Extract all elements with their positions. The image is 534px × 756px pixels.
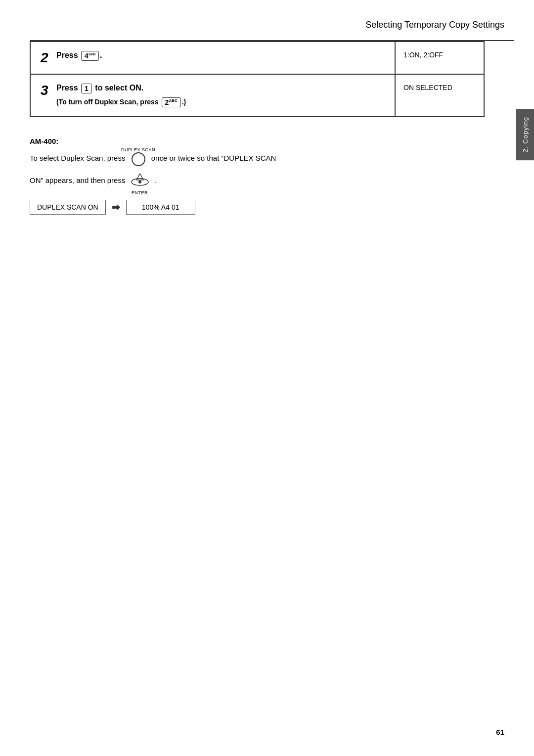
- page-header: Selecting Temporary Copy Settings: [0, 0, 534, 40]
- step-2-left: 2 Press 4GHI.: [31, 42, 395, 74]
- step-2-text: Press 4GHI.: [56, 51, 102, 59]
- step-3-left: 3 Press 1 to select ON. (To turn off Dup…: [31, 75, 395, 116]
- step-2-suffix: .: [100, 51, 102, 59]
- step-3-sub-key: 2ABC: [162, 97, 181, 107]
- step-3-number: 3: [41, 84, 48, 97]
- step-3-display: ON SELECTED: [395, 75, 484, 116]
- am400-title: AM-400:: [30, 137, 485, 145]
- page-container: 2. Copying Selecting Temporary Copy Sett…: [0, 0, 534, 756]
- enter-button-svg: [130, 171, 150, 187]
- page-title: Selecting Temporary Copy Settings: [365, 20, 504, 30]
- duplex-scan-button: [132, 152, 145, 166]
- step-3-sub-pre: (To turn off Duplex Scan, press: [56, 98, 159, 106]
- step-3-press: Press: [56, 84, 78, 92]
- side-tab: 2. Copying: [516, 109, 534, 160]
- step-2-press: Press: [56, 51, 78, 59]
- step-3-display-text: ON SELECTED: [403, 84, 452, 91]
- am400-line1-post: once or twice so that “DUPLEX SCAN: [151, 154, 276, 162]
- step-3-content: Press 1 to select ON. (To turn off Duple…: [56, 84, 186, 107]
- step-2-row: 2 Press 4GHI. 1:ON, 2:OFF: [31, 42, 484, 75]
- step-2-content: Press 4GHI.: [56, 51, 102, 61]
- step-2-display-text: 1:ON, 2:OFF: [403, 51, 443, 59]
- am400-display-left: DUPLEX SCAN ON: [30, 200, 106, 215]
- svg-marker-1: [136, 174, 143, 180]
- step-2-key: 4GHI: [81, 51, 99, 61]
- step-3-sub-suffix: .): [182, 98, 186, 106]
- step-3-sub-key-label: ABC: [169, 98, 177, 103]
- steps-section: 2 Press 4GHI. 1:ON, 2:OFF 3: [0, 41, 514, 117]
- step-3-main-suffix: to select ON.: [95, 84, 143, 92]
- step-2-number: 2: [41, 51, 48, 65]
- step-2-display: 1:ON, 2:OFF: [395, 42, 484, 74]
- step-3-row: 3 Press 1 to select ON. (To turn off Dup…: [31, 75, 484, 116]
- step-3-key: 1: [81, 84, 92, 93]
- am400-section: AM-400: To select Duplex Scan, press DUP…: [0, 132, 514, 215]
- step-3-main: Press 1 to select ON.: [56, 84, 186, 93]
- am400-arrow: ➡: [112, 201, 120, 213]
- enter-button-wrapper: ENTER: [130, 171, 150, 191]
- page-number: 61: [496, 728, 504, 736]
- am400-line1-pre: To select Duplex Scan, press: [30, 154, 125, 162]
- am400-line2-post: .: [154, 176, 156, 184]
- step-3-sub: (To turn off Duplex Scan, press 2ABC.): [56, 97, 186, 107]
- svg-point-2: [138, 180, 141, 183]
- am400-display-right: 100% A4 01: [126, 200, 195, 215]
- am400-line2: ON” appears, and then press ENTER .: [30, 171, 485, 191]
- step-2-key-sub: GHI: [89, 52, 95, 56]
- enter-label: ENTER: [132, 189, 148, 197]
- am400-line1: To select Duplex Scan, press DUPLEX SCAN…: [30, 151, 485, 166]
- side-tab-label: 2. Copying: [522, 117, 529, 152]
- duplex-scan-button-wrapper: DUPLEX SCAN: [130, 152, 147, 166]
- steps-table: 2 Press 4GHI. 1:ON, 2:OFF 3: [30, 41, 485, 117]
- am400-display-row: DUPLEX SCAN ON ➡ 100% A4 01: [30, 200, 485, 215]
- am400-line2-pre: ON” appears, and then press: [30, 176, 125, 184]
